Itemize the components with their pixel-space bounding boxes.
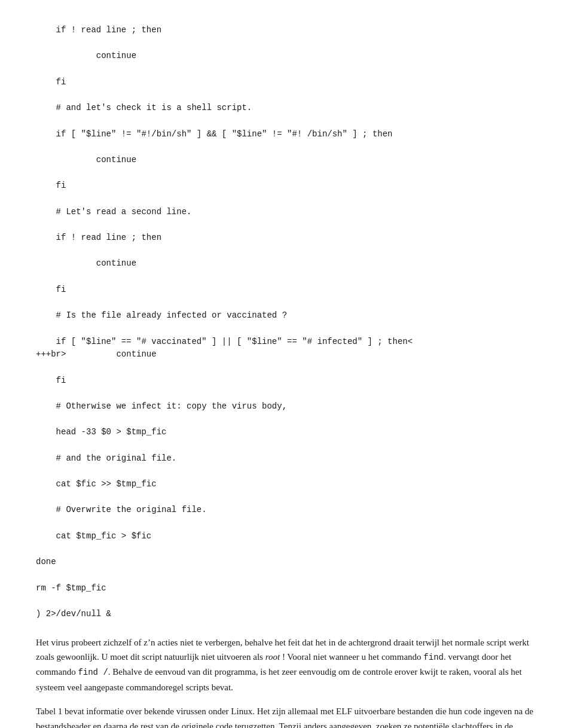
italic-root: root: [265, 652, 280, 662]
code-block: if ! read line ; then continue fi # and …: [36, 24, 538, 621]
paragraph-2: Tabel 1 bevat informatie over bekende vi…: [36, 704, 538, 728]
code-find-slash: find /: [78, 668, 108, 677]
paragraph-1: Het virus probeert zichzelf of z’n actie…: [36, 635, 538, 695]
code-find: find: [423, 653, 444, 662]
